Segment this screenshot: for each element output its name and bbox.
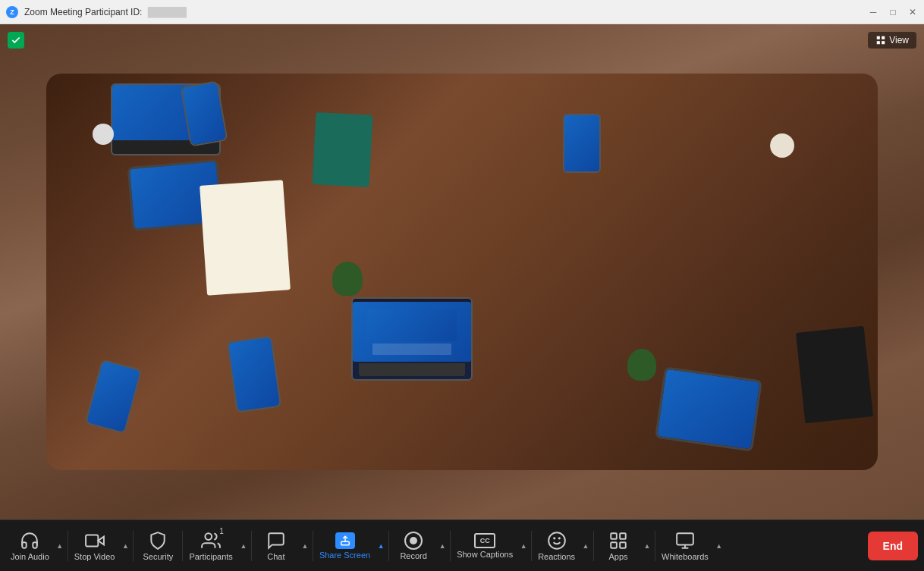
show-captions-label: Show Captions: [457, 550, 513, 559]
toolbar: Join Audio ▲ Stop Video ▲ Security: [0, 519, 924, 571]
maximize-button[interactable]: □: [888, 7, 898, 17]
stop-video-label: Stop Video: [74, 552, 115, 561]
laptop-device-1: [351, 297, 473, 381]
whiteboard-icon: [675, 531, 695, 551]
captions-chevron[interactable]: ▲: [517, 524, 530, 568]
svg-rect-7: [341, 541, 349, 545]
apps-icon: [608, 531, 628, 551]
chat-chevron[interactable]: ▲: [299, 524, 311, 568]
app-name: Zoom Meeting: [24, 7, 83, 17]
separator-1: [68, 531, 68, 561]
participants-group: 1 Participants ▲: [184, 524, 249, 568]
notebook-2: [200, 180, 291, 295]
stop-video-chevron[interactable]: ▲: [119, 524, 131, 568]
participants-button[interactable]: 1 Participants: [184, 524, 237, 568]
plant-1: [332, 262, 363, 296]
participants-badge: 1: [219, 527, 224, 535]
notebook-1: [313, 112, 373, 187]
separator-8: [531, 531, 532, 561]
separator-3: [182, 531, 183, 561]
close-button[interactable]: ✕: [907, 7, 918, 17]
phone-device-3: [226, 336, 281, 413]
svg-rect-13: [611, 542, 617, 548]
people-icon: [201, 531, 221, 551]
meeting-background: View: [0, 24, 924, 519]
join-audio-button[interactable]: Join Audio: [6, 524, 54, 568]
title-bar-text: Zoom Meeting Participant ID: ██████: [24, 7, 862, 17]
security-button[interactable]: Security: [135, 524, 181, 568]
apps-label: Apps: [609, 552, 628, 561]
record-chevron[interactable]: ▲: [436, 524, 448, 568]
share-screen-label: Share Screen: [319, 551, 370, 560]
svg-marker-4: [98, 536, 104, 544]
share-screen-button[interactable]: Share Screen: [315, 524, 375, 568]
video-icon: [85, 531, 105, 551]
emoji-icon: [547, 531, 567, 551]
join-audio-group: Join Audio ▲: [6, 524, 66, 568]
svg-rect-14: [620, 542, 626, 548]
participant-id: ██████: [148, 7, 187, 17]
svg-rect-15: [677, 533, 693, 544]
apps-group: Apps ▲: [596, 524, 653, 568]
security-label: Security: [143, 552, 174, 561]
window-controls: ─ □ ✕: [868, 7, 918, 17]
stop-video-group: Stop Video ▲: [70, 524, 132, 568]
chat-icon: [266, 531, 286, 551]
svg-rect-3: [882, 41, 885, 44]
reactions-button[interactable]: Reactions: [533, 524, 580, 568]
chat-label: Chat: [267, 552, 284, 561]
tablet-screen-2: [657, 369, 759, 449]
laptop-keyboard-1: [359, 363, 465, 376]
security-group: Security: [135, 524, 181, 568]
share-screen-icon: [335, 532, 355, 549]
title-bar: Z Zoom Meeting Participant ID: ██████ ─ …: [0, 0, 924, 24]
minimize-button[interactable]: ─: [868, 7, 878, 17]
chat-button[interactable]: Chat: [253, 524, 299, 568]
headphones-icon: [20, 531, 39, 551]
security-shield-area: [8, 32, 24, 49]
share-screen-chevron[interactable]: ▲: [375, 524, 387, 568]
captions-group: CC Show Captions ▲: [452, 524, 530, 568]
participant-label: Participant ID:: [85, 7, 142, 17]
view-button-label: View: [889, 35, 909, 45]
plant-2: [627, 349, 656, 381]
stop-video-button[interactable]: Stop Video: [70, 524, 120, 568]
phone-device-4: [563, 114, 601, 173]
reactions-label: Reactions: [538, 552, 575, 561]
tablet-device-2: [655, 366, 762, 451]
separator-2: [133, 531, 134, 561]
apps-chevron[interactable]: ▲: [641, 524, 653, 568]
laptop-screen-1: [353, 302, 471, 362]
svg-point-6: [206, 533, 212, 540]
show-captions-button[interactable]: CC Show Captions: [452, 524, 517, 568]
end-button[interactable]: End: [868, 532, 918, 560]
participants-label: Participants: [189, 552, 232, 561]
svg-rect-5: [86, 535, 98, 546]
whiteboards-button[interactable]: Whiteboards: [657, 524, 713, 568]
whiteboards-chevron[interactable]: ▲: [713, 524, 725, 568]
separator-6: [388, 531, 389, 561]
apps-button[interactable]: Apps: [596, 524, 641, 568]
security-shield-icon: [8, 32, 24, 49]
mug-2: [770, 133, 794, 158]
mug-1: [93, 124, 114, 145]
whiteboards-label: Whiteboards: [662, 552, 709, 561]
svg-rect-1: [882, 36, 885, 39]
reactions-chevron[interactable]: ▲: [580, 524, 592, 568]
separator-7: [450, 531, 451, 561]
record-group: Record ▲: [391, 524, 448, 568]
separator-4: [251, 531, 252, 561]
svg-point-8: [548, 532, 565, 549]
phone-screen-3: [228, 337, 279, 412]
record-icon: [404, 532, 423, 550]
participants-chevron[interactable]: ▲: [237, 524, 250, 568]
share-screen-group: Share Screen ▲: [315, 524, 387, 568]
join-audio-label: Join Audio: [11, 552, 49, 561]
chat-group: Chat ▲: [253, 524, 311, 568]
separator-9: [593, 531, 594, 561]
view-button[interactable]: View: [868, 32, 916, 49]
shield-icon: [148, 531, 168, 551]
notebook-3: [796, 326, 873, 424]
record-button[interactable]: Record: [391, 524, 436, 568]
join-audio-chevron[interactable]: ▲: [54, 524, 66, 568]
